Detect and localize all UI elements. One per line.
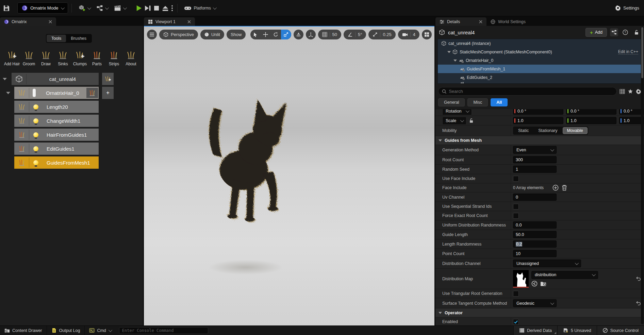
world-transform-button[interactable]: [294, 30, 303, 39]
scale-type-select[interactable]: Scale: [442, 117, 466, 125]
settings-gear-icon[interactable]: [636, 89, 641, 94]
tree-row-operator-editguides1[interactable]: EditGuides1: [0, 143, 143, 155]
add-actor-button[interactable]: [75, 2, 93, 14]
close-icon[interactable]: [49, 20, 52, 23]
use-sequential-strand-ids-checkbox[interactable]: [513, 204, 519, 210]
rotation-x-field[interactable]: 0.0 °: [513, 109, 563, 115]
grid-snap-control[interactable]: 50: [318, 30, 341, 39]
expand-arrow-icon[interactable]: [453, 60, 457, 62]
filter-misc[interactable]: Misc: [467, 98, 488, 106]
blueprints-button[interactable]: [93, 2, 111, 14]
eject-button[interactable]: [162, 4, 169, 12]
blueprint-button[interactable]: [610, 28, 618, 36]
display-options-icon[interactable]: [620, 89, 625, 94]
details-scrollbar[interactable]: [641, 27, 644, 324]
section-operator[interactable]: Operator: [435, 308, 644, 317]
scale-x-field[interactable]: 1.0: [513, 117, 563, 124]
component-row-editguides_2[interactable]: EditGuides_2: [438, 73, 642, 82]
uniform-distribution-randomness-field[interactable]: 0.0: [513, 221, 557, 229]
expand-arrow-icon[interactable]: [3, 78, 7, 80]
cmd-dropdown[interactable]: Cmd: [85, 326, 115, 335]
component-row-ornatrixhair_0[interactable]: OrnatrixHair_0: [438, 56, 642, 65]
angle-snap-control[interactable]: 5°: [344, 30, 366, 39]
add-component-button[interactable]: +Add: [585, 28, 607, 37]
scale-tool-button[interactable]: [281, 30, 291, 39]
generation-method-dropdown[interactable]: Even: [513, 146, 557, 154]
enabled-checkbox[interactable]: [513, 319, 519, 325]
camera-speed-control[interactable]: 4: [398, 30, 419, 39]
stop-button[interactable]: [153, 4, 160, 12]
expand-arrow-icon[interactable]: [447, 51, 451, 53]
component-row-staticmeshcomponent[interactable]: StaticMeshComponent (StaticMeshComponent…: [438, 48, 642, 56]
point-count-field[interactable]: 10: [513, 250, 557, 257]
play-button[interactable]: [135, 4, 143, 12]
tree-row-hair[interactable]: OrnatrixHair_0 +: [0, 87, 143, 99]
maximize-viewport-button[interactable]: [422, 30, 432, 39]
use-face-include-checkbox[interactable]: [513, 176, 519, 182]
console-command-input[interactable]: [119, 327, 208, 334]
section-guides-from-mesh[interactable]: Guides from Mesh: [435, 136, 644, 145]
distribution-map-thumbnail[interactable]: [513, 270, 529, 288]
tab-tools[interactable]: Tools: [47, 35, 66, 42]
play-options-kebab-icon[interactable]: [170, 5, 174, 12]
tool-parts[interactable]: Parts: [88, 50, 105, 66]
property-list[interactable]: Rotation0.0 °0.0 °0.0 °Scale1.01.01.0Mob…: [435, 109, 644, 325]
tab-brushes[interactable]: Brushes: [66, 35, 91, 42]
option-movable[interactable]: Movable: [563, 127, 588, 134]
rotation-type-select[interactable]: Rotation: [442, 109, 472, 115]
tree-row-operator-guidesfrommesh1[interactable]: GuidesFromMesh1: [0, 156, 143, 169]
visibility-bulb-icon[interactable]: [33, 132, 38, 137]
tree-row-root[interactable]: cat_unreal4: [0, 73, 143, 85]
platforms-dropdown[interactable]: Platforms: [181, 2, 219, 14]
visibility-bulb-icon[interactable]: [33, 160, 38, 165]
help-button[interactable]: ?: [621, 28, 629, 36]
save-icon[interactable]: [3, 5, 10, 12]
tool-clumps[interactable]: Clumps: [71, 50, 88, 66]
tab-details[interactable]: Details: [435, 17, 486, 26]
filter-all[interactable]: All: [491, 98, 508, 106]
viewport-menu-button[interactable]: [147, 30, 157, 39]
content-drawer-button[interactable]: Content Drawer: [0, 326, 47, 335]
length-randomness-field[interactable]: 0.2: [513, 240, 557, 248]
scale-y-field[interactable]: 1.0: [566, 117, 616, 124]
scrollbar-thumb[interactable]: [641, 27, 643, 78]
scale-snap-control[interactable]: 0.25: [368, 30, 395, 39]
guide-length-field[interactable]: 50.0: [513, 231, 557, 238]
tool-sinks[interactable]: Sinks: [54, 50, 71, 66]
move-tool-button[interactable]: [261, 30, 271, 39]
visibility-bulb-icon[interactable]: [33, 146, 38, 151]
local-transform-button[interactable]: [306, 30, 316, 39]
surface-tangent-compute-method-dropdown[interactable]: Geodesic: [513, 299, 557, 307]
tool-groom[interactable]: Groom: [20, 50, 37, 66]
expand-arrow-icon[interactable]: [6, 92, 10, 94]
tree-row-operator-hairfromguides1[interactable]: HairFromGuides1: [0, 129, 143, 141]
component-row-guidesfrommesh_1[interactable]: GuidesFromMesh_1: [438, 65, 642, 73]
tool-draw[interactable]: Draw: [37, 50, 54, 66]
add-element-icon[interactable]: [552, 185, 559, 191]
option-static[interactable]: Static: [514, 127, 533, 134]
random-seed-field[interactable]: 1: [513, 166, 557, 173]
skip-button[interactable]: [144, 4, 151, 12]
derived-data-button[interactable]: Derived Data: [513, 326, 557, 335]
component-row-clipped[interactable]: [438, 82, 642, 84]
add-hair-to-mesh-button[interactable]: [102, 73, 114, 85]
tab-viewport[interactable]: Viewport 1: [144, 17, 195, 26]
root-count-field[interactable]: 300: [513, 156, 557, 163]
source-control-button[interactable]: Source Control: [597, 326, 644, 335]
distribution-map-asset-dropdown[interactable]: distribuition: [531, 271, 598, 279]
perspective-dropdown[interactable]: Perspective: [159, 30, 198, 39]
tool-add-hair[interactable]: Add Hair: [3, 50, 20, 66]
tree-row-operator-length20[interactable]: Length20: [0, 101, 143, 113]
hair-preview-icon[interactable]: [86, 88, 98, 98]
add-operator-button[interactable]: +: [102, 87, 114, 99]
search-input[interactable]: [449, 89, 613, 94]
trash-icon[interactable]: [561, 185, 567, 191]
component-row-cat_unreal4[interactable]: cat_unreal4 (Instance): [438, 39, 642, 48]
viewport-3d[interactable]: Perspective Unlit Show 50 5° 0.25 4: [144, 26, 434, 325]
select-tool-button[interactable]: [250, 30, 261, 39]
use-selected-asset-icon[interactable]: [531, 281, 538, 287]
editor-mode-dropdown[interactable]: Ornatrix Mode: [17, 2, 68, 14]
search-field[interactable]: [438, 87, 617, 96]
tree-row-operator-changewidth1[interactable]: ChangeWidth1: [0, 115, 143, 127]
force-exact-root-count-checkbox[interactable]: [513, 213, 519, 219]
